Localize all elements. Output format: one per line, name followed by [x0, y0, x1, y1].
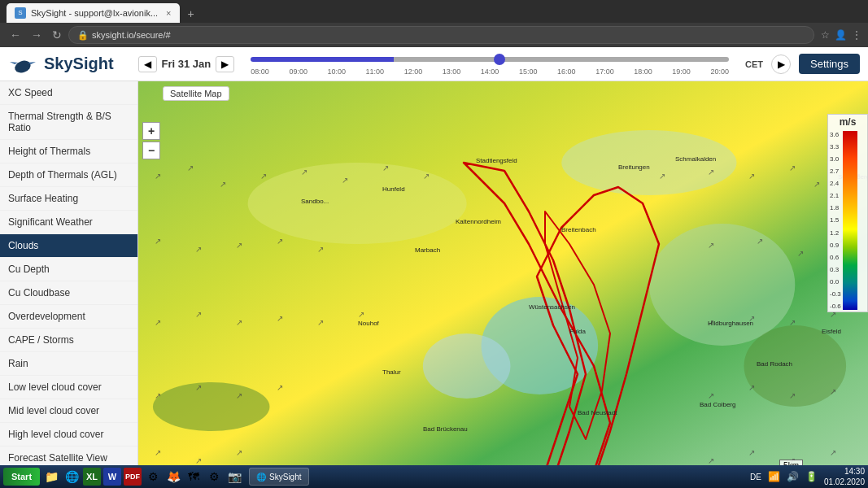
taskbar-icon-word[interactable]: W	[103, 468, 121, 486]
svg-text:↗: ↗	[195, 383, 202, 392]
svg-point-7	[561, 130, 736, 195]
timeline-thumb[interactable]	[494, 54, 505, 65]
taskbar-volume-icon: 🔊	[787, 471, 799, 482]
taskbar-icon-maps[interactable]: 🗺	[185, 468, 203, 486]
svg-text:Fulda: Fulda	[569, 328, 587, 335]
svg-text:Thalur: Thalur	[382, 368, 401, 376]
svg-point-0	[13, 59, 33, 75]
svg-text:↗: ↗	[748, 448, 755, 457]
legend-val-11: 0.3	[830, 266, 841, 273]
svg-rect-83	[843, 131, 857, 310]
taskbar-icon-browser[interactable]: 🌐	[63, 468, 81, 486]
browser-tab[interactable]: S SkySight - support@lx-avionik... ×	[7, 3, 180, 23]
svg-text:↗: ↗	[155, 318, 161, 327]
nav-forward-button[interactable]: →	[28, 27, 46, 43]
taskbar-icon-chrome[interactable]: ⚙	[144, 468, 162, 486]
timeline: 08:0009:0010:0011:0012:00 13:0014:0015:0…	[242, 53, 737, 76]
svg-point-8	[649, 224, 795, 346]
svg-text:↗: ↗	[195, 245, 202, 254]
sidebar-item-thermal-strength[interactable]: Thermal Strength & B/S Ratio	[0, 105, 137, 140]
nav-refresh-button[interactable]: ↻	[49, 27, 65, 43]
sidebar-item-clouds[interactable]: Clouds	[0, 234, 137, 258]
svg-text:↗: ↗	[155, 391, 161, 400]
svg-text:↗: ↗	[236, 241, 242, 250]
sidebar-item-cu-depth[interactable]: Cu Depth	[0, 258, 137, 281]
next-time-button[interactable]: ▶	[216, 56, 234, 72]
settings-button[interactable]: Settings	[799, 54, 860, 74]
legend-val-7: 1.5	[830, 216, 841, 224]
tab-close-icon[interactable]: ×	[166, 8, 171, 18]
svg-text:↗: ↗	[342, 176, 348, 185]
legend-val-9: 0.9	[830, 242, 841, 249]
svg-text:↗: ↗	[155, 237, 161, 246]
sidebar-item-height-thermals[interactable]: Height of Thermals	[0, 140, 137, 163]
svg-text:↗: ↗	[317, 245, 324, 254]
svg-text:Eisfeld: Eisfeld	[822, 328, 841, 335]
zoom-out-button[interactable]: −	[142, 142, 160, 159]
nav-back-button[interactable]: ←	[7, 27, 24, 43]
svg-text:↗: ↗	[757, 237, 763, 246]
svg-text:↗: ↗	[708, 456, 714, 465]
sidebar-item-cu-cloudbase[interactable]: Cu Cloudbase	[0, 281, 137, 305]
browser-user-icon[interactable]: 👤	[835, 29, 847, 41]
taskbar-active-app[interactable]: 🌐 SkySight	[249, 468, 308, 486]
start-button[interactable]: Start	[3, 468, 40, 486]
sidebar-item-mid-level-cloud[interactable]: Mid level cloud cover	[0, 399, 137, 423]
sidebar-item-xc-speed[interactable]: XC Speed	[0, 81, 137, 105]
svg-text:↗: ↗	[236, 318, 242, 327]
legend-gradient-bar	[843, 131, 857, 310]
taskbar-icon-firefox[interactable]: 🦊	[164, 468, 182, 486]
timeline-bar[interactable]	[251, 57, 729, 62]
sidebar-item-significant-weather[interactable]: Significant Weather	[0, 211, 137, 234]
svg-text:↗: ↗	[187, 163, 194, 172]
taskbar-icon-settings[interactable]: ⚙	[205, 468, 223, 486]
sidebar-item-high-level-cloud[interactable]: High level cloud cover	[0, 423, 137, 447]
svg-text:↗: ↗	[748, 172, 755, 181]
browser-menu-icon[interactable]: ⋮	[852, 29, 861, 41]
taskbar-icon-photos[interactable]: 📷	[225, 468, 243, 486]
timezone-label: CET	[745, 59, 763, 69]
legend-val-0: 3.6	[830, 131, 841, 138]
taskbar-icon-pdf[interactable]: PDF	[124, 468, 142, 486]
url-text: skysight.io/secure/#	[92, 30, 171, 40]
svg-text:↗: ↗	[277, 383, 283, 392]
legend-val-14: -0.6	[830, 303, 841, 310]
svg-text:↗: ↗	[358, 310, 364, 319]
map-container[interactable]: ↗↗ ↗↗ ↗↗ ↗↗ ↗↗ ↗↗ ↗↗ ↗↗ ↗↗ ↗↗ ↗↗ ↗↗ ↗↗ ↗…	[138, 81, 868, 488]
svg-text:↗: ↗	[155, 172, 161, 181]
svg-text:↗: ↗	[659, 172, 665, 181]
svg-text:Bad Rodach: Bad Rodach	[757, 360, 792, 368]
legend-val-13: -0.3	[830, 290, 841, 298]
satellite-map-label[interactable]: Satellite Map	[163, 86, 229, 101]
sidebar-item-surface-heating[interactable]: Surface Heating	[0, 187, 137, 211]
unit-label: m/s	[828, 115, 867, 129]
taskbar-icon-excel[interactable]: XL	[83, 468, 101, 486]
svg-text:↗: ↗	[260, 172, 267, 181]
taskbar-icon-file-manager[interactable]: 📁	[42, 468, 60, 486]
timeline-labels: 08:0009:0010:0011:0012:00 13:0014:0015:0…	[251, 68, 729, 76]
svg-text:↗: ↗	[277, 237, 283, 246]
sidebar-item-cape-storms[interactable]: CAPE / Storms	[0, 329, 137, 352]
sidebar-item-overdevelopment[interactable]: Overdevelopment	[0, 305, 137, 329]
map-background: ↗↗ ↗↗ ↗↗ ↗↗ ↗↗ ↗↗ ↗↗ ↗↗ ↗↗ ↗↗ ↗↗ ↗↗ ↗↗ ↗…	[138, 81, 868, 488]
new-tab-button[interactable]: +	[181, 5, 201, 23]
zoom-in-button[interactable]: +	[142, 122, 160, 140]
prev-time-button[interactable]: ◀	[138, 56, 157, 72]
sidebar-item-rain[interactable]: Rain	[0, 352, 137, 376]
taskbar-clock: 14:30 01.02.2020	[824, 466, 865, 487]
play-button[interactable]: ▶	[771, 54, 791, 74]
sidebar-item-depth-thermals[interactable]: Depth of Thermals (AGL)	[0, 163, 137, 187]
browser-star-icon[interactable]: ☆	[821, 29, 830, 41]
svg-text:↗: ↗	[195, 310, 202, 319]
date-display: Fri 31 Jan	[162, 58, 212, 70]
sidebar-item-low-level-cloud[interactable]: Low level cloud cover	[0, 376, 137, 399]
url-bar[interactable]: 🔒 skysight.io/secure/#	[68, 26, 814, 44]
active-app-label: SkySight	[269, 473, 301, 481]
svg-text:↗: ↗	[220, 180, 226, 189]
time-navigation: ◀ Fri 31 Jan ▶	[138, 56, 235, 72]
svg-text:Wüstensachsen: Wüstensachsen	[529, 303, 575, 311]
svg-text:Bad Colberg: Bad Colberg	[700, 401, 735, 408]
svg-text:↗: ↗	[708, 391, 714, 400]
svg-text:↗: ↗	[236, 391, 242, 400]
svg-text:↗: ↗	[830, 448, 836, 457]
